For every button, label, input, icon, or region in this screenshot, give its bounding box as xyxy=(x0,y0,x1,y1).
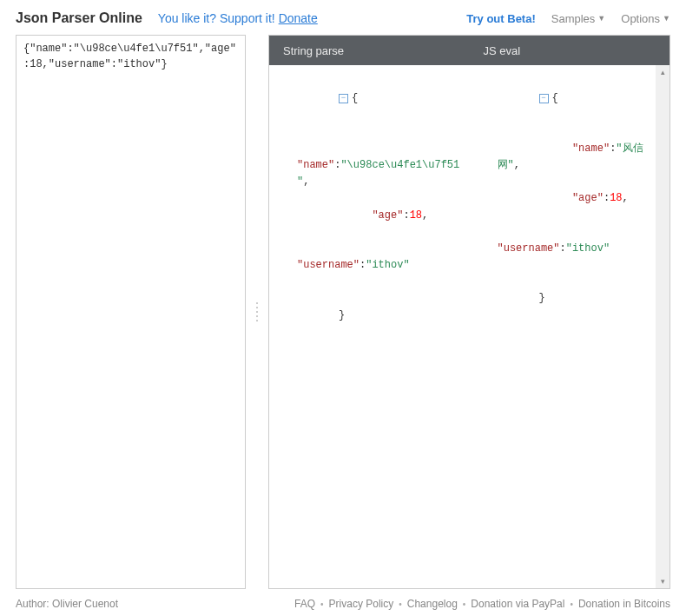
input-pane xyxy=(16,35,246,589)
scroll-down-icon[interactable]: ▾ xyxy=(656,574,670,588)
footer: Author: Olivier Cuenot FAQ • Privacy Pol… xyxy=(0,589,686,616)
support-text: You like it? Support it! Donate xyxy=(158,11,318,25)
separator: • xyxy=(399,599,402,609)
separator: • xyxy=(320,599,324,609)
footer-link-changelog[interactable]: Changelog xyxy=(407,598,458,610)
json-key: "username" xyxy=(297,259,359,271)
output-body: −{ "name":"\u98ce\u4fe1\u7f51", "age":18… xyxy=(269,65,670,588)
string-parse-output: −{ "name":"\u98ce\u4fe1\u7f51", "age":18… xyxy=(269,65,470,588)
tab-js-eval[interactable]: JS eval xyxy=(470,36,670,65)
footer-link-faq[interactable]: FAQ xyxy=(294,598,315,610)
open-brace: { xyxy=(352,92,358,104)
collapse-icon[interactable]: − xyxy=(339,94,348,103)
json-key: "age" xyxy=(372,209,403,222)
json-key: "name" xyxy=(572,142,610,155)
splitter-handle[interactable] xyxy=(246,35,268,589)
menu-options[interactable]: Options ▼ xyxy=(621,12,670,25)
footer-link-bitcoin[interactable]: Donation in Bitcoins xyxy=(578,598,670,610)
collapse-icon[interactable]: − xyxy=(539,94,549,103)
menu-samples[interactable]: Samples ▼ xyxy=(551,12,606,25)
menu-samples-label: Samples xyxy=(551,12,596,25)
tab-string-parse[interactable]: String parse xyxy=(269,36,470,65)
json-input[interactable] xyxy=(16,36,245,588)
header: Json Parser Online You like it? Support … xyxy=(0,0,686,35)
json-key: "name" xyxy=(297,159,334,171)
footer-link-paypal[interactable]: Donation via PayPal xyxy=(471,598,564,610)
donate-link[interactable]: Donate xyxy=(279,11,318,25)
vertical-scrollbar[interactable]: ▴ ▾ xyxy=(656,65,670,588)
json-key: "username" xyxy=(498,242,560,255)
main-content: String parse JS eval −{ "name":"\u98ce\u… xyxy=(0,35,686,589)
output-header: String parse JS eval xyxy=(269,36,670,65)
page-title: Json Parser Online xyxy=(16,10,142,26)
separator: • xyxy=(570,599,573,609)
author-label: Author: Olivier Cuenot xyxy=(16,598,118,610)
caret-down-icon: ▼ xyxy=(663,14,670,23)
output-pane: String parse JS eval −{ "name":"\u98ce\u… xyxy=(268,35,670,589)
json-value: "ithov" xyxy=(366,259,409,271)
support-prefix: You like it? Support it! xyxy=(158,11,279,25)
splitter-dots-icon xyxy=(256,302,258,321)
json-value: 18 xyxy=(410,209,422,222)
js-eval-output: −{ "name":"风信网", "age":18, "username":"i… xyxy=(470,65,670,588)
footer-links: FAQ • Privacy Policy • Changelog • Donat… xyxy=(294,598,670,610)
caret-down-icon: ▼ xyxy=(597,14,605,23)
json-key: "age" xyxy=(572,192,604,204)
menu-options-label: Options xyxy=(621,12,660,25)
header-right: Try out Beta! Samples ▼ Options ▼ xyxy=(466,12,670,25)
try-beta-link[interactable]: Try out Beta! xyxy=(466,12,535,25)
close-brace: } xyxy=(539,292,545,304)
open-brace: { xyxy=(552,92,558,104)
json-value: "ithov" xyxy=(566,242,610,255)
close-brace: } xyxy=(339,309,345,321)
json-value: 18 xyxy=(610,192,622,204)
scroll-up-icon[interactable]: ▴ xyxy=(656,65,670,79)
footer-link-privacy[interactable]: Privacy Policy xyxy=(329,598,394,610)
separator: • xyxy=(463,599,466,609)
